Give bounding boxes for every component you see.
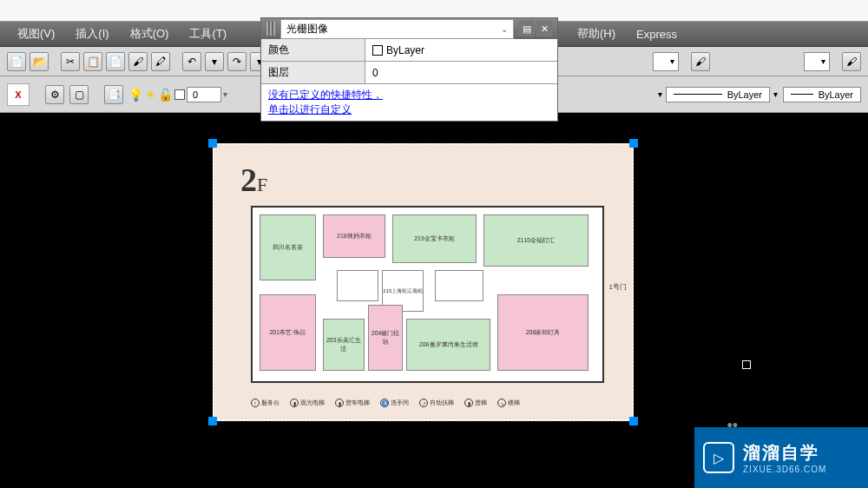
drawing-canvas[interactable]: 2F 四川名茗茶 218辣妈衣柜 219金宝卡衣柜 2110金福灯汇 215上海… — [213, 143, 634, 421]
dropdown2[interactable]: ▾ — [804, 52, 830, 71]
copy-icon[interactable]: 📋 — [83, 52, 102, 71]
customize-link-2[interactable]: 单击以进行自定义 — [268, 103, 352, 115]
room-3: 219金宝卡衣柜 — [392, 214, 477, 263]
floor-plan: 四川名茗茶 218辣妈衣柜 219金宝卡衣柜 2110金福灯汇 215上海松江墙… — [251, 206, 604, 383]
quick-properties-palette: 光栅图像 ⌄ ▤ ✕ 颜色 ByLayer 图层 0 没有已定义的快捷特性， 单… — [260, 17, 558, 122]
layer-value: 0 — [372, 67, 378, 79]
legend-freight-icon: ▮ — [335, 399, 344, 407]
gear-icon[interactable]: ⚙ — [45, 85, 64, 104]
room-6: 201布艺·饰品 — [260, 294, 315, 371]
menu-tools[interactable]: 工具(T) — [179, 26, 237, 42]
floor-label: 2F — [240, 161, 267, 199]
play-icon: ▷ — [703, 442, 734, 473]
lineweight-control[interactable]: ByLayer — [783, 87, 861, 102]
customize-link-1[interactable]: 没有已定义的快捷特性， — [268, 89, 383, 101]
room-10: 208家和灯具 — [497, 294, 589, 371]
color-label: 颜色 — [261, 39, 365, 61]
color-value-cell[interactable]: ByLayer — [365, 39, 557, 61]
bulb-icon[interactable]: 💡 — [128, 88, 143, 102]
watermark: •• ▷ 溜溜自学 ZIXUE.3D66.COM — [694, 427, 868, 488]
grip-top-right[interactable] — [629, 139, 638, 148]
cut-icon[interactable]: ✂ — [61, 52, 80, 71]
match-props-icon[interactable]: 🖌 — [128, 52, 148, 71]
menu-help[interactable]: 帮助(H) — [567, 26, 626, 42]
chevron-down-icon[interactable]: ⌄ — [501, 24, 508, 34]
legend-stairs-icon: ↘ — [497, 399, 506, 407]
redo-icon[interactable]: ↷ — [227, 52, 247, 71]
layer-color-swatch[interactable] — [174, 89, 185, 100]
room-4: 2110金福灯汇 — [483, 214, 589, 267]
color-value: ByLayer — [386, 44, 424, 56]
layer-name[interactable]: 0 — [187, 87, 221, 102]
elevator-1 — [337, 270, 378, 301]
layer-props-icon[interactable]: 🖌 — [691, 52, 710, 71]
undo-dd-icon[interactable]: ▾ — [205, 52, 224, 71]
pickbox-cursor — [742, 360, 751, 369]
menu-insert[interactable]: 插入(I) — [65, 26, 119, 42]
menu-format[interactable]: 格式(O) — [120, 26, 180, 42]
raster-image-frame[interactable]: 2F 四川名茗茶 218辣妈衣柜 219金宝卡衣柜 2110金福灯汇 215上海… — [213, 143, 634, 421]
color-dropdown[interactable]: ▾ — [653, 52, 679, 71]
grip-icon[interactable] — [266, 22, 275, 36]
legend-toilet-icon: ♿ — [380, 399, 389, 407]
paste-icon[interactable]: 📄 — [106, 52, 125, 71]
legend-service-icon: i — [251, 399, 260, 407]
layer-controls[interactable]: 💡 ☀ 🔓 0 ▾ — [128, 87, 227, 102]
brush-icon[interactable]: 🖍 — [151, 52, 170, 71]
room-8: 204健门轻轨 — [368, 305, 403, 371]
watermark-url: ZIXUE.3D66.COM — [743, 465, 826, 474]
room-7: 203乐美汇生活 — [323, 319, 365, 371]
lineweight-value: ByLayer — [819, 89, 853, 100]
palette-title: 光栅图像 — [286, 22, 501, 36]
close-button[interactable]: ✕ — [536, 21, 552, 36]
legend-escalator-icon: ↗ — [419, 399, 428, 407]
linetype-control[interactable]: ▾ ByLayer ▾ — [658, 87, 778, 102]
layer-manager-icon[interactable]: 📑 — [104, 85, 123, 104]
floor-legend: i服务台 ▮观光电梯 ▮货车电梯 ♿洗手间 ↗自动扶梯 ▮货梯 ↘楼梯 — [251, 399, 604, 407]
grip-bottom-right[interactable] — [629, 417, 638, 425]
room-2: 218辣妈衣柜 — [323, 214, 386, 258]
square-icon[interactable]: ▢ — [69, 85, 89, 104]
lock-icon[interactable]: 🔓 — [158, 88, 173, 102]
menu-express[interactable]: Express — [626, 28, 687, 41]
new-icon[interactable]: 📄 — [7, 52, 26, 71]
menu-view[interactable]: 视图(V) — [7, 26, 65, 42]
legend-cargo-icon: ▮ — [464, 399, 473, 407]
grip-bottom-left[interactable] — [208, 417, 217, 425]
layer-value-cell[interactable]: 0 — [365, 62, 557, 83]
brush2-icon[interactable]: 🖌 — [842, 52, 861, 71]
undo-icon[interactable]: ↶ — [182, 52, 201, 71]
color-swatch — [372, 45, 383, 56]
watermark-dots: •• — [727, 417, 738, 435]
linetype-value: ByLayer — [727, 89, 762, 100]
sun-icon[interactable]: ☀ — [145, 88, 156, 102]
palette-header[interactable]: 光栅图像 ⌄ ▤ ✕ — [261, 18, 557, 39]
room-9: 206曼罗莱尚客生活馆 — [406, 319, 490, 371]
room-1: 四川名茗茶 — [260, 214, 315, 280]
layer-label: 图层 — [261, 62, 365, 83]
watermark-title: 溜溜自学 — [743, 441, 826, 465]
legend-elevator-icon: ▮ — [290, 399, 299, 407]
elevator-2 — [435, 270, 483, 301]
door-label: 1号门 — [609, 282, 627, 292]
app-icon: X — [7, 83, 30, 106]
open-icon[interactable]: 📂 — [30, 52, 49, 71]
options-button[interactable]: ▤ — [519, 21, 535, 36]
grip-top-left[interactable] — [208, 139, 217, 148]
